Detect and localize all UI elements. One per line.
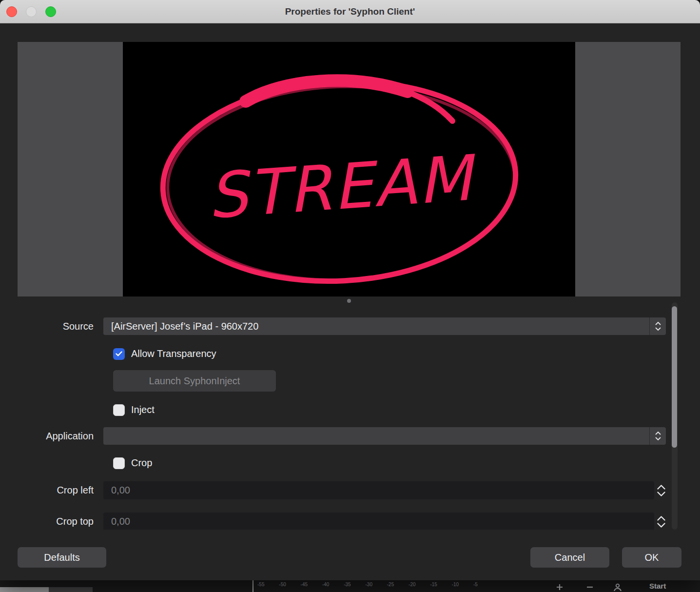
bottom-left-panel-fragment [0, 587, 49, 592]
bottom-left-panel-fragment-dark [49, 587, 93, 592]
person-icon[interactable] [613, 583, 622, 591]
source-select-stepper[interactable] [649, 317, 666, 335]
source-select[interactable]: [AirServer] Josef’s iPad - 960x720 [103, 317, 666, 335]
crop-label: Crop [131, 457, 152, 469]
application-select[interactable] [103, 427, 666, 445]
crop-top-value: 0,00 [103, 516, 130, 527]
dialog-footer: Defaults Cancel OK [18, 547, 681, 568]
application-select-stepper[interactable] [649, 427, 666, 445]
minimize-button [26, 6, 37, 17]
meter-tick: -15 [430, 582, 437, 587]
ok-button[interactable]: OK [622, 547, 681, 568]
chevron-down-icon [655, 327, 661, 331]
stream-drawing: STREAM [123, 42, 575, 296]
checkbox-unchecked-icon [113, 404, 125, 416]
traffic-lights [6, 6, 56, 17]
source-preview-area: STREAM [18, 42, 681, 296]
chevron-up-icon [655, 322, 661, 325]
checkbox-unchecked-icon [113, 457, 125, 469]
source-selected-value: [AirServer] Josef’s iPad - 960x720 [103, 321, 649, 332]
crop-checkbox[interactable]: Crop [113, 457, 700, 469]
meter-tick: -30 [365, 582, 372, 587]
meter-tick: -50 [279, 582, 286, 587]
preview-resize-handle[interactable] [347, 299, 351, 303]
meter-tick: -45 [301, 582, 308, 587]
crop-top-label: Crop top [0, 516, 103, 527]
spinner-up-icon [657, 516, 665, 521]
zoom-button[interactable] [45, 6, 56, 17]
inject-checkbox[interactable]: Inject [113, 404, 700, 416]
background-app-strip: -55 -50 -45 -40 -35 -30 -25 -20 -15 -10 … [0, 580, 700, 592]
meter-tick: -55 [257, 582, 264, 587]
meter-tick: -10 [452, 582, 459, 587]
source-row: Source [AirServer] Josef’s iPad - 960x72… [0, 317, 700, 335]
window-title: Properties for 'Syphon Client' [285, 6, 415, 17]
titlebar[interactable]: Properties for 'Syphon Client' [0, 0, 700, 23]
crop-left-row: Crop left 0,00 [0, 481, 700, 499]
defaults-button[interactable]: Defaults [18, 547, 106, 568]
stream-word: STREAM [205, 141, 480, 233]
properties-form: Source [AirServer] Josef’s iPad - 960x72… [0, 312, 700, 530]
application-row: Application [0, 427, 700, 445]
meter-tick: -20 [408, 582, 415, 587]
chevron-up-icon [655, 432, 661, 435]
properties-dialog: Properties for 'Syphon Client' STREAM So… [0, 0, 700, 580]
crop-top-spinner[interactable] [654, 516, 668, 528]
plus-icon[interactable] [556, 583, 564, 591]
crop-top-row: Crop top 0,00 [0, 513, 700, 530]
spinner-up-icon [657, 485, 665, 490]
allow-transparency-checkbox[interactable]: Allow Transparency [113, 348, 700, 360]
allow-transparency-label: Allow Transparency [131, 348, 216, 359]
scrollbar-thumb[interactable] [672, 306, 677, 448]
spinner-down-icon [657, 523, 665, 528]
meter-tick: -40 [322, 582, 329, 587]
crop-left-value: 0,00 [103, 485, 130, 496]
crop-left-input[interactable]: 0,00 [103, 481, 654, 499]
meter-tick: -35 [344, 582, 350, 587]
start-button-label[interactable]: Start [649, 582, 666, 590]
audio-meter-scale: -55 -50 -45 -40 -35 -30 -25 -20 -15 -10 … [257, 582, 478, 587]
video-preview: STREAM [123, 42, 575, 296]
inject-label: Inject [131, 404, 155, 415]
application-label: Application [0, 431, 103, 442]
crop-left-spinner[interactable] [654, 485, 668, 496]
minus-icon[interactable] [586, 583, 594, 591]
meter-tick: -25 [387, 582, 394, 587]
spinner-down-icon [657, 492, 665, 496]
crop-left-label: Crop left [0, 485, 103, 496]
launch-row: Launch SyphonInject [113, 370, 700, 392]
source-label: Source [0, 321, 103, 332]
crop-top-input[interactable]: 0,00 [103, 513, 654, 530]
cancel-button[interactable]: Cancel [530, 547, 609, 568]
meter-tick: -5 [473, 582, 478, 587]
launch-syphoninject-button[interactable]: Launch SyphonInject [113, 370, 276, 392]
mixer-divider [253, 580, 253, 592]
chevron-down-icon [655, 437, 661, 440]
checkbox-checked-icon [113, 348, 125, 360]
close-button[interactable] [6, 6, 17, 17]
